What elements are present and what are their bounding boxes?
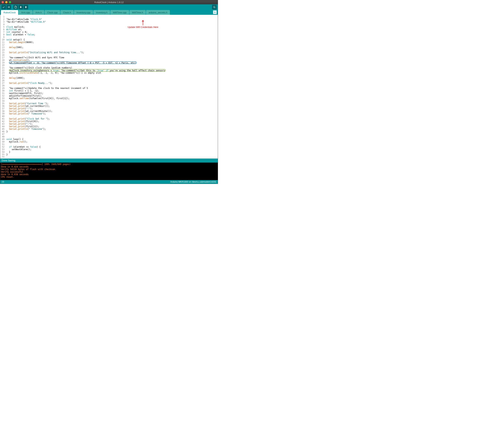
line-gutter: 1234567891011121314151617181920212223242… xyxy=(0,15,6,157)
toolbar xyxy=(0,4,218,10)
new-sketch-button[interactable] xyxy=(13,5,18,9)
code-editor[interactable]: 1234567891011121314151617181920212223242… xyxy=(0,15,218,157)
pane-divider[interactable] xyxy=(0,157,218,159)
annotation-text: Update Wifi Credentials Here xyxy=(128,26,158,28)
board-info: Arduino MKR1000 on /dev/cu.usbmodem14201 xyxy=(170,181,216,183)
save-sketch-button[interactable] xyxy=(24,5,28,9)
serial-monitor-button[interactable] xyxy=(212,5,217,9)
tab-wifitime-cpp[interactable]: WifiTime.cpp xyxy=(110,10,129,15)
verify-button[interactable] xyxy=(1,5,6,9)
minimize-window-button[interactable] xyxy=(5,1,7,3)
cursor-line: 23 xyxy=(2,181,4,183)
window-title: RobotClock | Arduino 1.8.12 xyxy=(0,1,218,4)
close-window-button[interactable] xyxy=(2,1,4,3)
tab-clock-cpp[interactable]: Clock.cpp xyxy=(45,10,60,15)
tab-arm-cpp[interactable]: Arm.cpp xyxy=(19,10,32,15)
annotation-overlay: Update Wifi Credentials Here xyxy=(128,20,158,28)
tab-bar: RobotClock Arm.cpp Arm.h Clock.cpp Clock… xyxy=(0,10,218,15)
open-sketch-button[interactable] xyxy=(18,5,23,9)
tab-arm-h[interactable]: Arm.h xyxy=(33,10,45,15)
code-area[interactable]: "kw-dir">#include "Clock.h""kw-dir">#inc… xyxy=(6,15,218,157)
tab-arduino-secrets-h[interactable]: arduino_secrets.h xyxy=(146,10,170,15)
zoom-window-button[interactable] xyxy=(9,1,11,3)
tab-inventory-cpp[interactable]: Inventory.cpp xyxy=(74,10,93,15)
window-titlebar: RobotClock | Arduino 1.8.12 xyxy=(0,0,218,4)
tab-robotclock[interactable]: RobotClock xyxy=(1,10,18,15)
tab-clock-h[interactable]: Clock.h xyxy=(60,10,73,15)
tab-inventory-h[interactable]: Inventory.h xyxy=(93,10,110,15)
console-output[interactable]: [==============================] 100% (8… xyxy=(0,163,218,180)
status-message: Done Saving. xyxy=(2,159,16,162)
tab-wifitime-h[interactable]: WifiTime.h xyxy=(129,10,146,15)
tab-menu-button[interactable] xyxy=(213,10,217,14)
upload-button[interactable] xyxy=(6,5,11,9)
status-bar: Done Saving. xyxy=(0,159,218,163)
footer-bar: 23 Arduino MKR1000 on /dev/cu.usbmodem14… xyxy=(0,180,218,184)
